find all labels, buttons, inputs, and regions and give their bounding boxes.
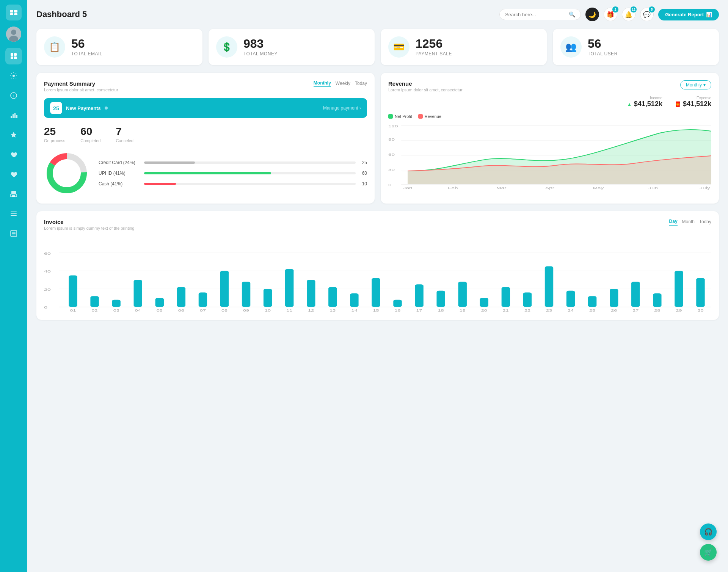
bar-label-30: 30 [697, 309, 704, 312]
bar-01 [69, 275, 77, 307]
expense-label: Expense [675, 96, 711, 100]
tab-today-payment[interactable]: Today [355, 80, 367, 87]
sidebar-item-settings[interactable] [5, 67, 22, 84]
svg-rect-24 [12, 232, 16, 233]
bar-14 [350, 293, 358, 307]
pb-creditcard-val: 25 [359, 160, 367, 165]
canceled-num: 7 [116, 125, 133, 138]
bar-21 [502, 287, 510, 307]
sidebar-item-favorites[interactable] [5, 127, 22, 143]
sidebar-item-print[interactable] [5, 186, 22, 202]
invoice-title: Invoice [44, 219, 134, 225]
completed-num: 60 [80, 125, 100, 138]
gift-button[interactable]: 🎁 2 [604, 8, 617, 21]
chevron-down-icon: ▾ [703, 82, 706, 88]
tab-day-invoice[interactable]: Day [669, 219, 678, 226]
svg-text:0: 0 [388, 183, 392, 187]
new-payments-count: 25 [50, 102, 62, 114]
bar-11 [285, 269, 293, 307]
bar-27 [631, 282, 640, 307]
bar-label-25: 25 [589, 309, 596, 312]
search-input[interactable] [505, 12, 566, 17]
bar-label-01: 01 [70, 309, 76, 312]
bar-03 [112, 300, 120, 307]
svg-rect-14 [11, 116, 12, 118]
notifications-button[interactable]: 🔔 12 [622, 8, 635, 21]
canceled-block: 7 Canceled [116, 125, 133, 143]
bar-19 [458, 282, 467, 307]
payment-summary-header: Payment Summary Lorem ipsum dolor sit am… [44, 80, 367, 92]
generate-report-button[interactable]: Generate Report 📊 [658, 9, 719, 20]
bar-04 [134, 280, 142, 307]
cart-float-button[interactable]: 🛒 [700, 544, 717, 561]
stat-number-money: 983 [243, 38, 278, 50]
bar-15 [372, 278, 380, 307]
header: Dashboard 5 🔍 🌙 🎁 2 🔔 12 💬 5 Generate Re… [36, 8, 719, 21]
invoice-subtitle: Lorem ipsum is simply dummy text of the … [44, 226, 134, 230]
bar-06 [177, 287, 185, 307]
avatar[interactable] [6, 27, 21, 42]
pb-upi: UPI ID (41%) 60 [99, 171, 367, 176]
tab-month-invoice[interactable]: Month [682, 219, 695, 226]
bar-label-13: 13 [329, 309, 336, 312]
svg-rect-15 [13, 114, 14, 118]
income-expense-row: Income ▲ $41,512k Expense 🧧 $41,512k [388, 96, 711, 108]
svg-text:Jan: Jan [403, 186, 413, 190]
panels-row: Payment Summary Lorem ipsum dolor sit am… [36, 73, 719, 204]
tab-monthly-payment[interactable]: Monthly [314, 80, 331, 87]
donut-area: Credit Card (24%) 25 UPI ID (41%) 60 [44, 150, 367, 196]
sidebar-item-likes[interactable] [5, 146, 22, 163]
bar-24 [566, 291, 575, 307]
bar-label-24: 24 [568, 309, 574, 312]
bar-label-07: 07 [200, 309, 206, 312]
dark-mode-toggle[interactable]: 🌙 [585, 8, 599, 21]
floating-buttons: 🎧 🛒 [700, 523, 717, 561]
tab-weekly-payment[interactable]: Weekly [336, 80, 350, 87]
canceled-label: Canceled [116, 138, 133, 143]
bar-label-05: 05 [157, 309, 163, 312]
invoice-title-block: Invoice Lorem ipsum is simply dummy text… [44, 219, 134, 230]
bar-label-28: 28 [654, 309, 661, 312]
sidebar-item-list[interactable] [5, 225, 22, 242]
sidebar-item-menu[interactable] [5, 205, 22, 222]
page-title: Dashboard 5 [36, 9, 87, 19]
progress-bars: Credit Card (24%) 25 UPI ID (41%) 60 [99, 160, 367, 186]
sidebar-item-saved[interactable] [5, 166, 22, 183]
bar-29 [675, 271, 683, 307]
svg-point-11 [13, 75, 15, 77]
bar-label-16: 16 [395, 309, 401, 312]
svg-point-5 [11, 30, 16, 35]
revenue-monthly-dropdown[interactable]: Monthly ▾ [680, 80, 711, 89]
pb-cash-label: Cash (41%) [99, 181, 140, 186]
bar-22 [523, 293, 532, 307]
bar-label-27: 27 [632, 309, 639, 312]
sidebar-item-dashboard[interactable] [5, 48, 22, 64]
svg-text:Feb: Feb [448, 186, 458, 190]
svg-rect-9 [11, 56, 13, 59]
pb-cash-fill [144, 183, 176, 185]
revenue-title: Revenue [388, 80, 463, 87]
bar-label-17: 17 [416, 309, 422, 312]
svg-rect-7 [11, 53, 13, 56]
svg-rect-3 [14, 13, 17, 15]
income-label: Income [627, 96, 662, 100]
revenue-header: Revenue Lorem ipsum dolor sit amet, cons… [388, 80, 711, 92]
sidebar-logo[interactable] [6, 5, 22, 20]
tab-today-invoice[interactable]: Today [699, 219, 711, 226]
bar-label-14: 14 [351, 309, 358, 312]
bar-08 [220, 271, 229, 307]
messages-button[interactable]: 💬 5 [640, 8, 654, 21]
header-right: 🔍 🌙 🎁 2 🔔 12 💬 5 Generate Report 📊 [499, 8, 719, 21]
manage-payment-link[interactable]: Manage payment › [323, 105, 361, 111]
sidebar-item-info[interactable]: i [5, 87, 22, 104]
legend-dot-net-profit [388, 114, 393, 119]
bar-23 [545, 266, 553, 307]
pb-creditcard: Credit Card (24%) 25 [99, 160, 367, 165]
bar-label-09: 09 [243, 309, 249, 312]
support-float-button[interactable]: 🎧 [700, 523, 717, 540]
bar-label-04: 04 [135, 309, 141, 312]
svg-rect-21 [11, 213, 17, 214]
payment-summary-panel: Payment Summary Lorem ipsum dolor sit am… [36, 73, 375, 204]
revenue-subtitle: Lorem ipsum dolor sit amet, consectetur [388, 88, 463, 92]
sidebar-item-analytics[interactable] [5, 107, 22, 124]
